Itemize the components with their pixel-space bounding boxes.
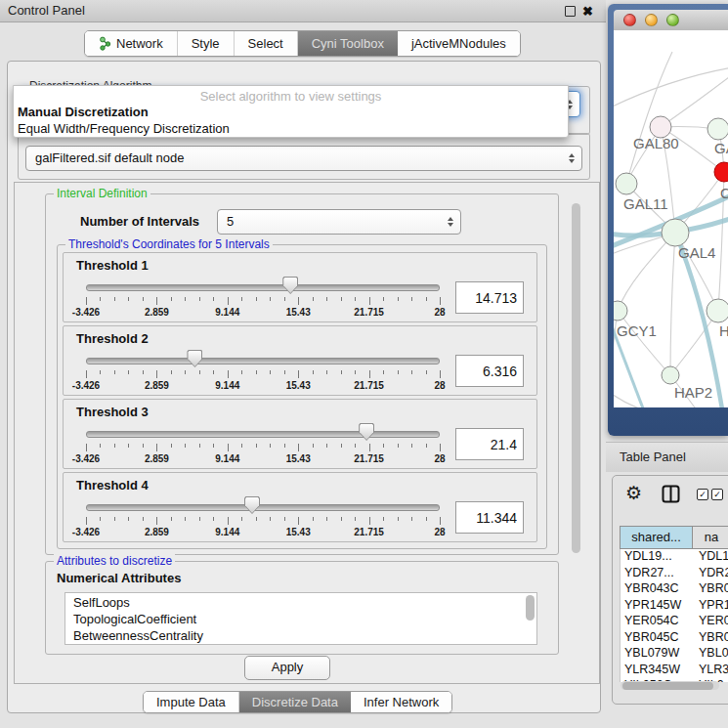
slider-track[interactable] [86,504,440,511]
minimize-traffic-light-icon[interactable] [645,14,658,26]
network-node-node[interactable] [707,299,728,322]
network-node-gal11[interactable] [616,173,637,194]
numerical-attributes-list[interactable]: SelfLoopsTopologicalCoefficientBetweenne… [64,592,537,645]
network-edge[interactable] [618,233,675,311]
table-row[interactable]: YDL19...YDL1 [621,549,728,566]
cell-shared-name[interactable]: YDR27... [621,566,694,582]
split-table-icon[interactable] [662,485,680,507]
tab-infer-network[interactable]: Infer Network [351,692,451,712]
threshold-value-field[interactable] [455,428,524,460]
column-header-name[interactable]: na [693,526,728,549]
slider-tick-label: 15.43 [286,380,311,391]
slider-track[interactable] [86,358,440,364]
slider-ticks [86,297,440,306]
close-icon[interactable]: ✖ [582,1,593,22]
checkbox-checked-icon[interactable]: ✓ [711,489,723,500]
tab-select[interactable]: Select [234,31,297,56]
list-scrollbar[interactable] [526,595,535,640]
cell-shared-name[interactable]: YER054C [621,614,694,630]
checkbox-checked-icon[interactable]: ✓ [697,489,708,500]
float-window-icon[interactable] [565,6,576,17]
tab-jactivemnodules[interactable]: jActiveMNodules [398,31,520,56]
network-node-hap2[interactable] [662,366,679,384]
cell-shared-name[interactable]: YPR145W [621,598,694,615]
cell-name[interactable]: YBR0 [694,581,728,598]
slider-tick-label: 21.715 [354,527,384,537]
scrollbar-thumb[interactable] [572,203,580,553]
apply-button[interactable]: Apply [244,656,330,680]
table-row[interactable]: YBR045CYBR0 [621,630,728,647]
threshold-slider[interactable]: -3.4262.8599.14415.4321.71528 [84,349,442,394]
cell-shared-name[interactable]: YDL19... [621,549,694,566]
cell-shared-name[interactable]: YBL079W [621,646,694,663]
table-row[interactable]: YBR043CYBR0 [621,581,728,598]
threshold-label: Threshold 4 [76,478,524,492]
threshold-value-field[interactable] [455,281,524,314]
threshold-value-field[interactable] [455,501,524,534]
table-row[interactable]: YER054CYER0 [621,614,728,630]
cell-shared-name[interactable]: YBR043C [621,581,694,598]
tab-impute-data[interactable]: Impute Data [144,692,238,712]
number-of-intervals-combobox[interactable]: 5 [217,209,461,235]
network-window-titlebar[interactable] [614,10,728,31]
threshold-slider[interactable]: -3.4262.8599.14415.4321.71528 [84,276,442,321]
threshold-panel: Threshold 4-3.4262.8599.14415.4321.71528 [63,472,537,542]
slider-tick-label: 28 [434,380,445,391]
attribute-item[interactable]: BetweennessCentrality [73,627,536,644]
cell-name[interactable]: YDL1 [694,549,728,566]
network-node-selected-node[interactable] [714,162,728,182]
threshold-slider[interactable]: -3.4262.8599.14415.4321.71528 [84,422,442,467]
network-node-node[interactable] [707,118,728,140]
slider-thumb[interactable] [282,277,298,294]
cell-name[interactable]: YDR2 [694,566,728,582]
horizontal-scrollbar[interactable] [621,681,719,690]
slider-track[interactable] [86,431,440,438]
table-row[interactable]: YPR145WYPR1 [621,598,728,615]
table-row[interactable]: YBL079WYBL0 [621,646,728,663]
network-view-canvas[interactable]: GAL80GACGAL11GAL4GCY1HHAP2 [614,30,728,407]
network-node-gal4[interactable] [662,219,689,246]
scrollbar-thumb[interactable] [526,595,535,621]
threshold-value-field[interactable] [455,355,524,387]
table-data-combobox[interactable]: galFiltered.sif default node [25,146,582,171]
settings-scrollbar[interactable] [571,186,582,676]
cell-shared-name[interactable]: YLR345W [621,663,694,679]
tab-label: Discretize Data [252,695,338,709]
tab-discretize-data[interactable]: Discretize Data [238,692,351,712]
cell-name[interactable]: YLR3 [694,663,728,679]
column-header-shared-name[interactable]: shared... [620,526,693,549]
tab-network[interactable]: Network [85,31,177,56]
slider-thumb[interactable] [187,350,202,367]
tab-label: Infer Network [364,695,439,709]
table-rows[interactable]: YDL19...YDL1YDR27...YDR2YBR043CYBR0YPR14… [620,549,728,682]
tab-style[interactable]: Style [177,31,234,56]
threshold-slider-row: -3.4262.8599.14415.4321.71528 [76,276,524,321]
algorithm-option[interactable]: Manual Discretization [14,104,568,120]
table-panel-titlebar[interactable]: Table Panel [606,442,728,472]
node-label: GCY1 [617,322,657,339]
threshold-slider[interactable]: -3.4262.8599.14415.4321.71528 [84,495,442,540]
settings-gear-icon[interactable]: ⚙ [625,482,642,504]
network-edge[interactable] [614,67,728,108]
table-row[interactable]: YLR345WYLR3 [621,663,728,679]
slider-track[interactable] [86,284,440,291]
cell-shared-name[interactable]: YBR045C [621,630,694,647]
control-panel-titlebar[interactable]: Control Panel ✖ [0,0,606,22]
cell-name[interactable]: YER0 [694,614,728,630]
network-edge[interactable] [670,233,675,375]
scrollbar-thumb[interactable] [622,682,713,690]
algorithm-option[interactable]: Equal Width/Frequency Discretization [14,120,568,137]
cell-name[interactable]: YBL0 [694,646,728,663]
close-traffic-light-icon[interactable] [623,14,636,26]
cell-name[interactable]: YPR1 [694,598,728,615]
attribute-item[interactable]: SelfLoops [73,594,536,611]
attribute-item[interactable]: TopologicalCoefficient [73,611,536,627]
network-node-gcy1[interactable] [614,301,627,321]
slider-tick-label: -3.426 [72,307,100,318]
slider-thumb[interactable] [244,496,260,514]
zoom-traffic-light-icon[interactable] [666,14,679,26]
tab-cyni-toolbox[interactable]: Cyni Toolbox [297,31,398,56]
table-row[interactable]: YDR27...YDR2 [621,566,728,582]
slider-thumb[interactable] [359,423,374,441]
cell-name[interactable]: YBR0 [694,630,728,647]
